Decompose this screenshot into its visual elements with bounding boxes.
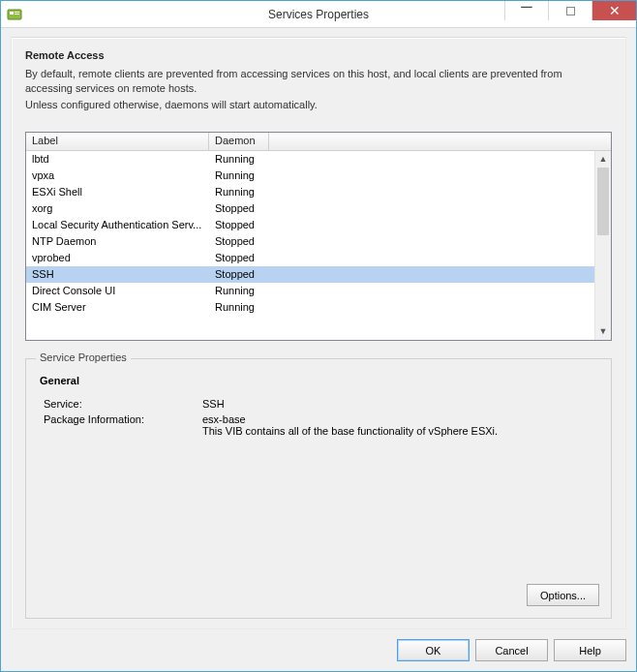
table-row[interactable]: lbtdRunning bbox=[26, 151, 594, 168]
listview-headers: Label Daemon bbox=[26, 133, 611, 151]
row-label: lbtd bbox=[26, 153, 209, 165]
scroll-up-icon[interactable]: ▲ bbox=[595, 151, 611, 168]
ok-button[interactable]: OK bbox=[397, 639, 470, 661]
close-button[interactable]: ✕ bbox=[592, 1, 636, 20]
row-label: NTP Daemon bbox=[26, 235, 209, 247]
row-daemon: Stopped bbox=[209, 202, 269, 214]
row-daemon: Stopped bbox=[209, 235, 269, 247]
table-row[interactable]: ESXi ShellRunning bbox=[26, 184, 594, 200]
row-label: Direct Console UI bbox=[26, 285, 209, 296]
table-row[interactable]: vpxaRunning bbox=[26, 168, 594, 184]
minimize-button[interactable]: ─ bbox=[504, 1, 548, 20]
service-label: Service: bbox=[38, 398, 202, 410]
svg-rect-2 bbox=[15, 12, 19, 13]
help-button[interactable]: Help bbox=[554, 639, 626, 661]
row-daemon: Running bbox=[209, 153, 269, 165]
table-row[interactable]: xorgStopped bbox=[26, 200, 594, 217]
svg-rect-3 bbox=[15, 14, 19, 15]
services-properties-window: Services Properties ─ ✕ Remote Access By… bbox=[0, 0, 637, 672]
row-label: vpxa bbox=[26, 169, 209, 181]
column-header-label[interactable]: Label bbox=[26, 133, 209, 150]
svg-rect-1 bbox=[10, 12, 14, 15]
table-row[interactable]: SSHStopped bbox=[26, 266, 594, 283]
service-row: Service: SSH bbox=[38, 398, 599, 410]
table-row[interactable]: Direct Console UIRunning bbox=[26, 283, 594, 299]
row-daemon: Stopped bbox=[209, 219, 269, 230]
row-daemon: Stopped bbox=[209, 252, 269, 263]
options-button[interactable]: Options... bbox=[527, 584, 599, 606]
package-info-value: esx-base This VIB contains all of the ba… bbox=[202, 413, 599, 437]
package-desc: This VIB contains all of the base functi… bbox=[202, 425, 599, 437]
listview-scrollbar[interactable]: ▲ ▼ bbox=[594, 151, 611, 340]
service-properties-groupbox: Service Properties General Service: SSH … bbox=[25, 358, 612, 619]
table-row[interactable]: vprobedStopped bbox=[26, 250, 594, 266]
table-row[interactable]: NTP DaemonStopped bbox=[26, 233, 594, 250]
app-icon bbox=[7, 7, 22, 22]
row-label: xorg bbox=[26, 202, 209, 214]
dialog-buttons: OK Cancel Help bbox=[11, 629, 626, 661]
package-info-label: Package Information: bbox=[38, 413, 202, 437]
remote-access-heading: Remote Access bbox=[25, 49, 612, 61]
column-header-daemon[interactable]: Daemon bbox=[209, 133, 269, 150]
content-panel: Remote Access By default, remote clients… bbox=[11, 37, 626, 629]
scroll-track[interactable] bbox=[595, 168, 611, 323]
row-label: CIM Server bbox=[26, 301, 209, 313]
services-listview[interactable]: Label Daemon lbtdRunningvpxaRunningESXi … bbox=[25, 132, 612, 341]
row-daemon: Running bbox=[209, 301, 269, 313]
row-daemon: Running bbox=[209, 169, 269, 181]
titlebar[interactable]: Services Properties ─ ✕ bbox=[1, 1, 636, 28]
remote-access-desc-2: Unless configured otherwise, daemons wil… bbox=[25, 98, 612, 112]
general-heading: General bbox=[40, 375, 599, 386]
groupbox-legend: Service Properties bbox=[36, 351, 131, 363]
row-label: SSH bbox=[26, 268, 209, 280]
scroll-down-icon[interactable]: ▼ bbox=[595, 323, 611, 340]
remote-access-desc-1: By default, remote clients are prevented… bbox=[25, 67, 612, 96]
window-controls: ─ ✕ bbox=[504, 1, 636, 20]
client-area: Remote Access By default, remote clients… bbox=[1, 28, 636, 671]
table-row[interactable]: Local Security Authentication Serv...Sto… bbox=[26, 217, 594, 233]
row-label: Local Security Authentication Serv... bbox=[26, 219, 209, 230]
cancel-button[interactable]: Cancel bbox=[475, 639, 548, 661]
row-daemon: Stopped bbox=[209, 268, 269, 280]
row-daemon: Running bbox=[209, 285, 269, 296]
column-header-spacer bbox=[269, 133, 611, 150]
package-name: esx-base bbox=[202, 413, 599, 425]
listview-body: lbtdRunningvpxaRunningESXi ShellRunningx… bbox=[26, 151, 594, 340]
row-label: ESXi Shell bbox=[26, 186, 209, 198]
scroll-thumb[interactable] bbox=[597, 168, 609, 235]
row-daemon: Running bbox=[209, 186, 269, 198]
service-value: SSH bbox=[202, 398, 599, 410]
package-info-row: Package Information: esx-base This VIB c… bbox=[38, 413, 599, 437]
maximize-button[interactable] bbox=[548, 1, 592, 20]
table-row[interactable]: CIM ServerRunning bbox=[26, 299, 594, 316]
row-label: vprobed bbox=[26, 252, 209, 263]
